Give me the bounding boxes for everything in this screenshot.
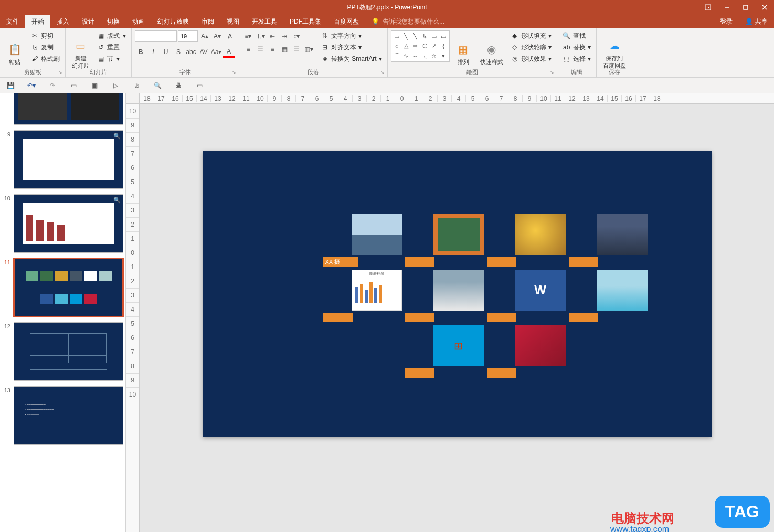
line-spacing-button[interactable]: ↕▾ bbox=[291, 30, 302, 42]
shape-line2-icon[interactable]: ╲ bbox=[411, 32, 420, 41]
qat-btn-10[interactable]: ▭ bbox=[193, 79, 206, 92]
align-center-button[interactable]: ☰ bbox=[255, 44, 266, 55]
format-painter-button[interactable]: 🖌格式刷 bbox=[28, 54, 62, 64]
bold-button[interactable]: B bbox=[135, 46, 146, 58]
image-cell-1[interactable]: XX 摄 bbox=[323, 214, 402, 267]
caption-box[interactable]: XX 摄 bbox=[323, 257, 358, 267]
vertical-ruler[interactable]: 10987654321012345678910 bbox=[126, 104, 140, 532]
zoom-icon[interactable]: 🔍 bbox=[113, 133, 121, 140]
image-cell-4[interactable] bbox=[569, 214, 648, 267]
horizontal-ruler[interactable]: 1817161514131211109876543210123456789101… bbox=[140, 93, 774, 104]
office-icon-image[interactable]: ⊞ bbox=[433, 325, 484, 366]
shadow-button[interactable]: abc bbox=[185, 46, 197, 58]
shape-outline-button[interactable]: ◇形状轮廓▾ bbox=[508, 42, 554, 52]
red-silk-image[interactable] bbox=[515, 325, 566, 366]
shape-line-icon[interactable]: ╲ bbox=[402, 32, 411, 41]
mountain-image[interactable] bbox=[352, 214, 402, 255]
slide-thumb-10[interactable]: 🔍 bbox=[14, 194, 123, 253]
beach-image[interactable] bbox=[597, 270, 648, 311]
presenter-view-button[interactable]: ⎚ bbox=[130, 79, 143, 92]
caption-box[interactable] bbox=[569, 257, 598, 267]
doctor-image[interactable] bbox=[433, 270, 484, 311]
shape-tri-icon[interactable]: △ bbox=[402, 41, 411, 50]
copy-button[interactable]: ⎘复制 bbox=[28, 42, 62, 52]
tab-baidu[interactable]: 百度网盘 bbox=[327, 15, 365, 28]
leaf-image[interactable] bbox=[515, 214, 566, 255]
slide-thumb-9[interactable]: 🔍 bbox=[14, 130, 123, 189]
tell-me-search[interactable]: 💡 告诉我您想要做什么... bbox=[372, 15, 444, 28]
layout-button[interactable]: ▦版式▾ bbox=[94, 30, 128, 41]
shapes-gallery[interactable]: ▭╲╲↳▭▭ ○△⇨⬡↗{ ⌒∿⌣◟☆▾ bbox=[391, 30, 450, 62]
shape-fill-button[interactable]: ◆形状填充▾ bbox=[508, 30, 554, 41]
caption-box[interactable] bbox=[487, 257, 516, 267]
shape-curve2-icon[interactable]: ⌣ bbox=[411, 51, 420, 60]
redo-button[interactable]: ↷ bbox=[46, 79, 59, 92]
shape-star-icon[interactable]: ☆ bbox=[430, 51, 439, 60]
tab-developer[interactable]: 开发工具 bbox=[246, 15, 283, 28]
chart-image[interactable]: 图表标题 bbox=[352, 270, 402, 311]
maximize-icon[interactable] bbox=[736, 0, 755, 15]
image-cell-3[interactable] bbox=[487, 214, 566, 267]
slide-thumb-12[interactable] bbox=[14, 322, 123, 381]
grow-font-button[interactable]: A▴ bbox=[199, 30, 210, 42]
tab-slideshow[interactable]: 幻灯片放映 bbox=[151, 15, 195, 28]
minimize-icon[interactable] bbox=[717, 0, 736, 15]
shape-arc-icon[interactable]: ◟ bbox=[420, 51, 429, 60]
image-cell-10[interactable] bbox=[487, 325, 566, 378]
chalkboard-image[interactable] bbox=[433, 214, 484, 255]
bullets-button[interactable]: ≡▾ bbox=[242, 30, 254, 42]
ribbon-options-icon[interactable] bbox=[698, 0, 717, 15]
align-right-button[interactable]: ≡ bbox=[267, 44, 278, 55]
thumb-partial[interactable] bbox=[2, 93, 123, 125]
reset-button[interactable]: ↺重置 bbox=[94, 42, 128, 52]
image-cell-7[interactable]: W bbox=[487, 270, 566, 322]
shape-connector-icon[interactable]: ↳ bbox=[420, 32, 429, 41]
align-text-button[interactable]: ⊟对齐文本▾ bbox=[319, 42, 384, 52]
paragraph-launcher[interactable]: ↘ bbox=[379, 69, 386, 76]
font-family-select[interactable] bbox=[135, 30, 177, 42]
caption-box[interactable] bbox=[405, 368, 434, 378]
slide-canvas[interactable]: XX 摄 图表标题 W bbox=[203, 151, 712, 437]
login-button[interactable]: 登录 bbox=[716, 17, 737, 26]
spacing-button[interactable]: AV bbox=[198, 46, 209, 58]
image-cell-9[interactable]: ⊞ bbox=[405, 325, 484, 378]
canvas-viewport[interactable]: XX 摄 图表标题 W bbox=[140, 104, 774, 532]
undo-button[interactable]: ↶▾ bbox=[25, 79, 38, 92]
slide-thumb-11[interactable] bbox=[14, 258, 123, 317]
indent-inc-button[interactable]: ⇥ bbox=[279, 30, 290, 42]
shape-effects-button[interactable]: ◎形状效果▾ bbox=[508, 54, 554, 64]
qat-btn-5[interactable]: ▣ bbox=[88, 79, 101, 92]
shape-free-icon[interactable]: ∿ bbox=[402, 51, 411, 60]
section-button[interactable]: ▤节▾ bbox=[94, 54, 128, 64]
from-beginning-button[interactable]: ▷ bbox=[109, 79, 122, 92]
align-left-button[interactable]: ≡ bbox=[242, 44, 254, 55]
tab-view[interactable]: 视图 bbox=[220, 15, 246, 28]
image-cell-8[interactable] bbox=[569, 270, 648, 322]
image-cell-5[interactable]: 图表标题 bbox=[323, 270, 402, 322]
shape-oval-icon[interactable]: ○ bbox=[393, 41, 401, 50]
font-launcher[interactable]: ↘ bbox=[231, 69, 237, 76]
caption-box[interactable] bbox=[323, 313, 353, 322]
find-button[interactable]: 🔍查找 bbox=[560, 30, 593, 41]
italic-button[interactable]: I bbox=[147, 46, 159, 58]
shape-arrow2-icon[interactable]: ↗ bbox=[430, 41, 439, 50]
shape-arrow-icon[interactable]: ⇨ bbox=[411, 41, 420, 50]
justify-button[interactable]: ▦ bbox=[279, 44, 290, 55]
image-cell-6[interactable] bbox=[405, 270, 484, 322]
tab-file[interactable]: 文件 bbox=[0, 15, 25, 28]
tab-pdf[interactable]: PDF工具集 bbox=[283, 15, 327, 28]
tab-home[interactable]: 开始 bbox=[25, 15, 50, 28]
qat-btn-4[interactable]: ▭ bbox=[67, 79, 80, 92]
tab-transitions[interactable]: 切换 bbox=[101, 15, 126, 28]
tab-animations[interactable]: 动画 bbox=[126, 15, 151, 28]
print-button[interactable]: 🖶 bbox=[172, 79, 185, 92]
tab-design[interactable]: 设计 bbox=[76, 15, 101, 28]
text-direction-button[interactable]: ⇅文字方向▾ bbox=[319, 30, 384, 41]
slide-thumb-8[interactable] bbox=[14, 93, 123, 125]
columns-button[interactable]: ▥▾ bbox=[303, 44, 314, 55]
close-icon[interactable] bbox=[755, 0, 774, 15]
numbering-button[interactable]: ⒈▾ bbox=[255, 30, 266, 42]
caption-box[interactable] bbox=[405, 257, 434, 267]
shape-rect-icon[interactable]: ▭ bbox=[393, 32, 401, 41]
word-icon-image[interactable]: W bbox=[515, 270, 566, 311]
